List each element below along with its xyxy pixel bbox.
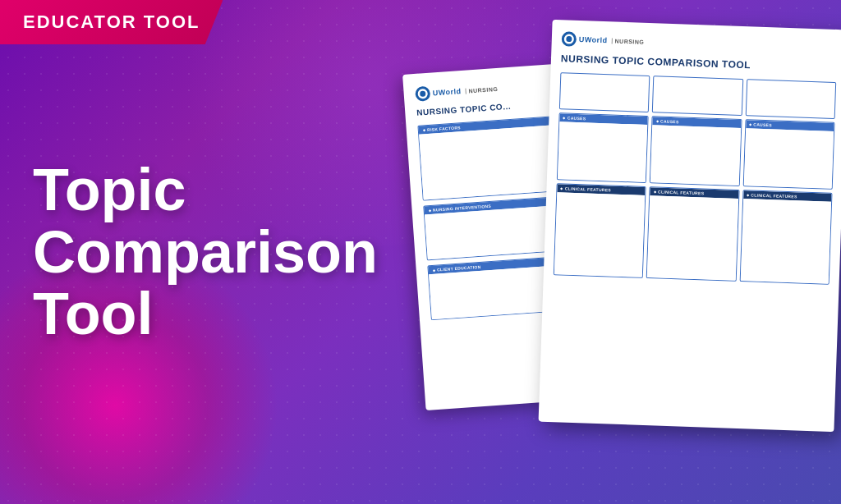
title-line3: Tool bbox=[33, 283, 378, 346]
front-doc-title: NURSING TOPIC COMPARISON TOOL bbox=[561, 53, 837, 74]
causes-body-1 bbox=[558, 121, 648, 182]
clinical-features-row: CLINICAL FEATURES CLINICAL FEATURES CLIN… bbox=[554, 183, 833, 285]
clinical-cell-3: CLINICAL FEATURES bbox=[739, 190, 832, 285]
back-doc-division: NURSING bbox=[465, 85, 498, 94]
front-doc-header: UWorld NURSING bbox=[562, 31, 838, 56]
clinical-body-2 bbox=[647, 195, 738, 281]
causes-body-3 bbox=[743, 128, 834, 189]
front-doc-brand: UWorld bbox=[579, 35, 608, 44]
title-line2: Comparison bbox=[33, 221, 378, 283]
topic-header-cell-2 bbox=[652, 76, 743, 116]
topic-header-cell-1 bbox=[559, 72, 650, 112]
causes-cell-2: CAUSES bbox=[650, 116, 742, 186]
causes-row: CAUSES CAUSES CAUSES bbox=[557, 112, 835, 190]
main-background: EDUCATOR TOOL Topic Comparison Tool UWor… bbox=[0, 0, 841, 504]
uworld-circle-icon bbox=[415, 86, 430, 102]
causes-cell-3: CAUSES bbox=[742, 119, 834, 190]
back-doc-brand: UWorld bbox=[432, 87, 461, 97]
front-uworld-circle-icon bbox=[562, 31, 577, 47]
topic-header-cell-3 bbox=[745, 79, 836, 119]
causes-cell-1: CAUSES bbox=[557, 112, 649, 183]
documents-container: UWorld NURSING NURSING TOPIC CO... RISK … bbox=[398, 16, 841, 493]
educator-badge: EDUCATOR TOOL bbox=[0, 0, 223, 44]
clinical-cell-1: CLINICAL FEATURES bbox=[554, 183, 646, 278]
front-doc-division: NURSING bbox=[612, 38, 645, 44]
front-document: UWorld NURSING NURSING TOPIC COMPARISON … bbox=[539, 20, 841, 432]
clinical-cell-2: CLINICAL FEATURES bbox=[646, 186, 739, 282]
topic-header-row bbox=[559, 72, 836, 119]
title-line1: Topic bbox=[33, 159, 378, 222]
causes-body-2 bbox=[650, 125, 741, 186]
clinical-body-1 bbox=[554, 192, 646, 277]
back-doc-logo: UWorld NURSING bbox=[415, 81, 499, 102]
main-title: Topic Comparison Tool bbox=[33, 159, 378, 346]
left-content-area: Topic Comparison Tool bbox=[33, 159, 378, 346]
front-doc-logo: UWorld NURSING bbox=[562, 31, 645, 49]
educator-badge-text: EDUCATOR TOOL bbox=[23, 11, 200, 32]
clinical-body-3 bbox=[740, 199, 831, 284]
